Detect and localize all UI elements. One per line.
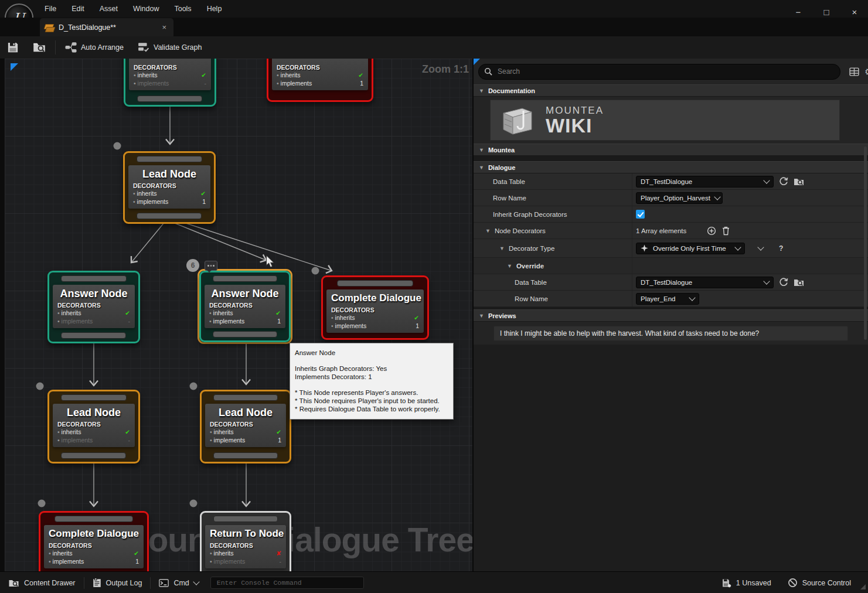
unsaved-indicator[interactable]: 1 Unsaved [713, 572, 780, 593]
input-pin[interactable] [61, 275, 126, 282]
dialogue-graph-canvas[interactable]: Zoom 1:1 Mountea Dialogue Tree DECORAT [5, 59, 474, 571]
add-element-icon[interactable] [707, 226, 716, 236]
tab-d-testdialogue[interactable]: D_TestDialogue** × [40, 18, 173, 36]
node-title: Answer Node [209, 286, 281, 301]
input-pin[interactable] [55, 516, 132, 522]
property-row-override: ▼ Override [474, 258, 868, 274]
input-pin[interactable] [137, 156, 202, 162]
decorator-type-dropdown[interactable]: Override Only First Time [636, 243, 745, 254]
decorators-header: DECORATORS [210, 421, 281, 428]
graph-node-lead-1[interactable]: Lead Node DECORATORS inherits✔ implement… [123, 151, 216, 224]
array-count-label: 1 Array elements [636, 227, 702, 234]
output-pin[interactable] [137, 96, 202, 102]
graph-node-complete-right[interactable]: Complete Dialogue DECORATORS inherits✔ i… [321, 275, 429, 340]
graph-node-complete-top-clipped[interactable]: DECORATORS inherits✔ implements1 [267, 59, 373, 102]
auto-arrange-button[interactable]: Auto Arrange [58, 36, 131, 59]
menu-window[interactable]: Window [126, 2, 166, 15]
chevron-down-icon [763, 278, 770, 284]
property-label: Node Decorators [495, 227, 546, 234]
save-icon [7, 42, 19, 53]
delete-array-icon[interactable] [721, 226, 730, 236]
use-selected-asset-icon[interactable] [779, 177, 788, 186]
graph-node-answer-selected[interactable]: Answer Node DECORATORS inherits✔ impleme… [199, 271, 291, 342]
graph-node-return[interactable]: Return To Node DECORATORS inherits✘ impl… [200, 511, 291, 571]
data-table-dropdown[interactable]: DT_TestDialogue [636, 176, 774, 188]
mountea-wiki-banner[interactable]: MOUNTEA WIKI [490, 100, 840, 141]
auto-arrange-label: Auto Arrange [81, 43, 124, 52]
console-input[interactable] [216, 578, 359, 587]
tab-close-icon[interactable]: × [159, 23, 169, 32]
tab-strip: D_TestDialogue** × [0, 18, 868, 36]
validate-graph-button[interactable]: Validate Graph [131, 36, 209, 59]
graph-node-answer-left[interactable]: Answer Node DECORATORS inherits✔ impleme… [47, 271, 140, 343]
use-selected-asset-icon[interactable] [779, 278, 788, 287]
console-icon [159, 579, 169, 587]
content-drawer-button[interactable]: Content Drawer [0, 572, 84, 593]
decorators-header: DECORATORS [57, 302, 130, 309]
focus-corner-marker [474, 59, 480, 65]
chevron-down-icon[interactable]: ▼ [499, 246, 505, 251]
decorator-options-chevron-icon[interactable] [757, 244, 764, 250]
browse-to-asset-icon[interactable] [794, 177, 804, 186]
resize-grip[interactable] [860, 584, 866, 589]
detail-view-icon[interactable] [849, 67, 859, 76]
output-pin[interactable] [61, 452, 126, 459]
console-input-box[interactable] [210, 577, 364, 589]
output-log-button[interactable]: Output Log [84, 572, 151, 593]
output-pin[interactable] [61, 332, 126, 339]
chevron-down-icon[interactable]: ▼ [507, 263, 512, 269]
menu-asset[interactable]: Asset [93, 2, 125, 15]
menu-tools[interactable]: Tools [167, 2, 198, 15]
inherit-graph-decorators-checkbox[interactable] [636, 210, 645, 219]
graph-node-lead-3[interactable]: Lead Node DECORATORS inherits✔ implement… [200, 390, 291, 464]
section-documentation[interactable]: ▼ Documentation [474, 84, 868, 97]
graph-node-complete-bottom[interactable]: Complete Dialogue DECORATORS inherits✔ i… [39, 511, 149, 571]
property-label: Decorator Type [509, 245, 554, 252]
menu-help[interactable]: Help [200, 2, 229, 15]
output-pin[interactable] [213, 331, 277, 338]
source-control-button[interactable]: Source Control [780, 572, 859, 593]
override-row-name-dropdown[interactable]: Player_End [636, 293, 699, 305]
menu-file[interactable]: File [38, 2, 63, 15]
wiki-book-icon [499, 104, 536, 137]
tab-title: D_TestDialogue** [59, 23, 155, 32]
override-group-label: Override [516, 263, 544, 270]
input-pin[interactable] [213, 516, 278, 522]
validate-graph-icon [138, 42, 149, 53]
graph-node-lead-2[interactable]: Lead Node DECORATORS inherits✔ implement… [47, 390, 140, 464]
decorators-header: DECORATORS [210, 542, 281, 549]
input-pin[interactable] [213, 275, 277, 282]
details-scrollbar[interactable] [864, 146, 867, 340]
input-pin[interactable] [61, 394, 126, 401]
gear-icon[interactable]: ⚙ [864, 66, 868, 77]
node-title: Lead Node [210, 405, 281, 420]
decorator-count-badge: 6 [186, 259, 199, 272]
row-name-dropdown[interactable]: Player_Option_Harvest [636, 192, 723, 204]
focus-corner-marker [11, 63, 18, 71]
node-title: Lead Node [57, 405, 130, 420]
section-previews[interactable]: ▼ Previews [474, 309, 868, 322]
documentation-row: MOUNTEA WIKI [474, 97, 868, 144]
browse-to-asset-button[interactable] [26, 36, 53, 59]
decorators-header: DECORATORS [57, 421, 130, 428]
section-mountea[interactable]: ▼ Mountea [474, 144, 868, 156]
section-dialogue[interactable]: ▼ Dialogue [474, 161, 868, 173]
property-label: Row Name [493, 195, 526, 202]
search-icon [484, 67, 492, 76]
menu-edit[interactable]: Edit [64, 2, 91, 15]
help-icon[interactable]: ? [779, 244, 783, 253]
output-pin[interactable] [213, 452, 278, 459]
search-input[interactable] [496, 67, 835, 76]
input-pin[interactable] [213, 394, 278, 401]
cmd-selector[interactable]: Cmd [151, 572, 206, 593]
property-row-node-decorators: ▼ Node Decorators 1 Array elements [474, 223, 868, 239]
graph-node-answer-top[interactable]: DECORATORS inherits✔ implements- [124, 59, 216, 107]
browse-to-asset-icon[interactable] [794, 278, 804, 287]
search-box[interactable] [478, 64, 840, 80]
chevron-down-icon[interactable]: ▼ [485, 228, 491, 234]
output-pin[interactable] [137, 213, 202, 219]
chevron-down-icon: ▼ [479, 147, 484, 153]
input-pin[interactable] [337, 280, 413, 287]
override-data-table-dropdown[interactable]: DT_TestDialogue [636, 277, 774, 288]
save-button[interactable] [0, 36, 26, 59]
